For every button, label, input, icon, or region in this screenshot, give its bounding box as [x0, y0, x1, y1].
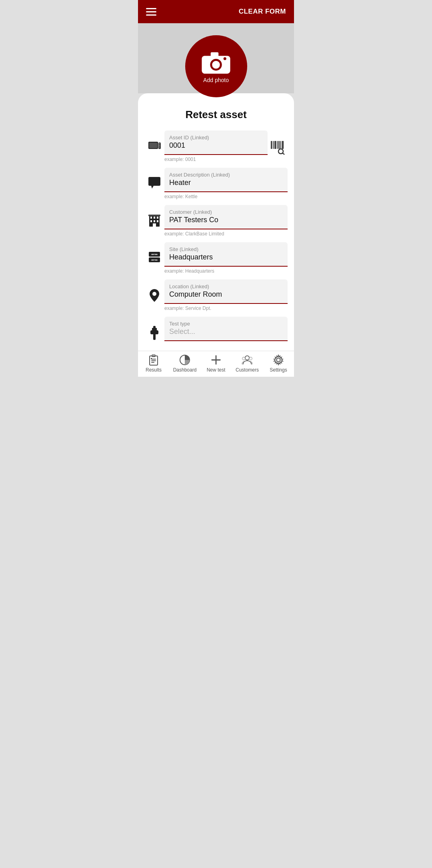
svg-rect-28 — [157, 220, 158, 222]
svg-rect-8 — [159, 143, 160, 145]
appliance-icon — [144, 131, 164, 153]
site-label: Site (Linked) — [169, 246, 283, 252]
asset-id-value: 0001 — [169, 141, 263, 151]
nav-dashboard[interactable]: Dashboard — [169, 354, 200, 373]
svg-rect-26 — [150, 220, 152, 222]
camera-icon — [200, 49, 232, 75]
comment-icon — [144, 168, 164, 189]
nav-customers[interactable]: Customers — [232, 354, 263, 373]
site-section: Site (Linked) Headquarters example: Head… — [144, 242, 288, 278]
asset-id-section: Asset ID (Linked) 0001 ex — [144, 131, 288, 166]
svg-rect-17 — [282, 141, 284, 149]
svg-rect-11 — [271, 141, 272, 149]
app-header: CLEAR FORM — [138, 0, 294, 23]
customer-section: Customer (Linked) PAT Testers Co example… — [144, 205, 288, 241]
svg-point-52 — [245, 356, 250, 360]
svg-rect-29 — [153, 223, 156, 227]
svg-rect-36 — [154, 260, 155, 261]
location-value: Computer Room — [169, 290, 283, 300]
location-hint: example: Service Dpt. — [164, 304, 288, 315]
cabinet-icon — [144, 242, 164, 264]
barcode-scan-button[interactable] — [268, 131, 288, 155]
plug-icon — [144, 317, 164, 340]
svg-rect-12 — [273, 141, 274, 149]
svg-rect-9 — [159, 145, 160, 147]
bottom-nav: Results Dashboard New test — [138, 351, 294, 377]
svg-rect-23 — [150, 217, 152, 219]
site-field[interactable]: Site (Linked) Headquarters — [164, 242, 288, 267]
add-photo-label: Add photo — [203, 77, 229, 83]
svg-rect-27 — [154, 220, 155, 222]
asset-description-label: Asset Description (Linked) — [169, 172, 283, 178]
svg-rect-15 — [278, 141, 280, 149]
svg-point-4 — [224, 57, 226, 60]
test-type-section: Test type Select... — [144, 317, 288, 341]
svg-rect-47 — [151, 362, 154, 363]
asset-id-hint: example: 0001 — [164, 155, 288, 166]
asset-description-field[interactable]: Asset Description (Linked) Heater — [164, 168, 288, 192]
site-value: Headquarters — [169, 253, 283, 263]
svg-point-53 — [242, 357, 245, 360]
clear-form-button[interactable]: CLEAR FORM — [239, 8, 286, 16]
test-type-field[interactable]: Test type Select... — [164, 317, 288, 341]
nav-new-test[interactable]: New test — [200, 354, 232, 373]
dashboard-label: Dashboard — [173, 367, 197, 373]
new-test-label: New test — [207, 367, 226, 373]
asset-id-field[interactable]: Asset ID (Linked) 0001 — [164, 131, 268, 155]
customer-field[interactable]: Customer (Linked) PAT Testers Co — [164, 205, 288, 229]
svg-marker-21 — [151, 186, 154, 189]
add-photo-button[interactable]: Add photo — [185, 35, 247, 97]
menu-button[interactable] — [146, 8, 156, 16]
svg-rect-46 — [151, 360, 156, 361]
svg-rect-40 — [150, 330, 158, 334]
plus-icon — [210, 354, 222, 366]
asset-id-label: Asset ID (Linked) — [169, 135, 263, 141]
location-field[interactable]: Location (Linked) Computer Room — [164, 279, 288, 304]
location-label: Location (Linked) — [169, 283, 283, 289]
nav-settings[interactable]: Settings — [263, 354, 294, 373]
pie-chart-icon — [179, 354, 190, 366]
settings-label: Settings — [270, 367, 287, 373]
svg-rect-25 — [157, 217, 158, 219]
location-section: Location (Linked) Computer Room example:… — [144, 279, 288, 315]
svg-rect-33 — [154, 254, 155, 255]
svg-rect-3 — [211, 52, 219, 57]
results-label: Results — [146, 367, 162, 373]
svg-rect-41 — [152, 328, 154, 331]
svg-rect-14 — [277, 141, 278, 149]
nav-results[interactable]: Results — [138, 354, 169, 373]
customer-label: Customer (Linked) — [169, 209, 283, 215]
customers-label: Customers — [236, 367, 259, 373]
test-type-label: Test type — [169, 321, 283, 327]
asset-description-section: Asset Description (Linked) Heater exampl… — [144, 168, 288, 203]
svg-rect-24 — [154, 217, 155, 219]
asset-description-value: Heater — [169, 179, 283, 188]
svg-line-19 — [283, 153, 285, 155]
svg-point-55 — [277, 358, 280, 362]
customer-hint: example: ClarkBase Limited — [164, 229, 288, 241]
svg-rect-30 — [148, 215, 160, 216]
svg-point-54 — [249, 357, 252, 360]
barcode-icon — [270, 139, 285, 155]
content-area: Retest asset Asset ID (Linked) 0001 — [138, 93, 294, 351]
people-icon — [242, 354, 253, 366]
test-type-value: Select... — [169, 328, 283, 337]
svg-rect-48 — [151, 358, 152, 359]
svg-rect-39 — [153, 334, 156, 340]
asset-description-hint: example: Kettle — [164, 192, 288, 203]
customer-value: PAT Testers Co — [169, 216, 283, 225]
svg-rect-20 — [148, 177, 160, 186]
photo-section: Add photo — [138, 23, 294, 93]
svg-point-37 — [152, 292, 156, 296]
building-icon — [144, 205, 164, 227]
svg-rect-6 — [149, 143, 157, 148]
svg-rect-42 — [155, 328, 157, 331]
gear-icon — [273, 354, 284, 366]
site-hint: example: Headquarters — [164, 267, 288, 278]
svg-rect-13 — [274, 141, 276, 149]
svg-point-2 — [212, 61, 220, 69]
clipboard-icon — [148, 354, 159, 366]
location-icon — [144, 279, 164, 303]
page-title: Retest asset — [144, 108, 288, 121]
svg-rect-16 — [280, 141, 281, 149]
